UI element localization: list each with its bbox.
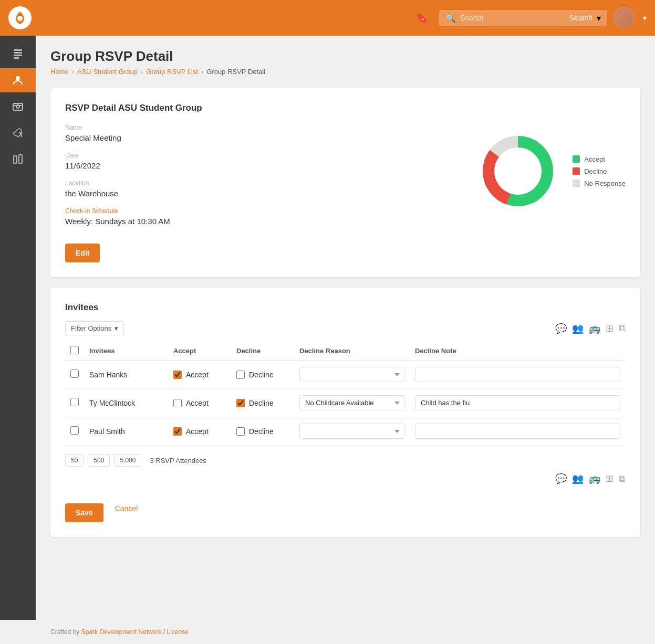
filter-chevron-icon: ▾ (115, 324, 118, 332)
date-value: 11/6/2022 (65, 161, 455, 170)
decline-checkbox-0[interactable] (236, 371, 245, 379)
legend-decline: Decline (573, 167, 626, 175)
col-decline-reason: Decline Reason (294, 342, 410, 361)
page-btn-5000[interactable]: 5,000 (114, 454, 141, 467)
app-layout: Group RSVP Detail Home › ASU Student Gro… (0, 36, 655, 620)
location-field-group: Location the Warehouse (65, 180, 455, 198)
page-btn-500[interactable]: 500 (88, 454, 110, 467)
bottom-chat-icon[interactable]: 💬 (555, 473, 567, 484)
decline-reason-select-1[interactable]: No Childcare AvailableSickTravelWork (299, 395, 404, 410)
bottom-copy-icon[interactable]: ⧉ (619, 473, 626, 484)
copy-icon[interactable]: ⧉ (619, 323, 626, 334)
cancel-button[interactable]: Cancel (109, 499, 144, 518)
location-value: the Warehouse (65, 189, 455, 198)
row-checkbox-0[interactable] (70, 369, 79, 378)
decline-checkbox-1[interactable] (236, 399, 245, 407)
sidebar-item-admin[interactable] (0, 147, 36, 171)
grid-icon[interactable]: ⊞ (606, 323, 614, 334)
invitee-name-1: Ty McClintock (84, 389, 168, 417)
breadcrumb-home[interactable]: Home (50, 68, 69, 76)
page-title: Group RSVP Detail (50, 48, 640, 65)
sidebar-item-documents[interactable] (0, 42, 36, 66)
svg-rect-12 (19, 155, 22, 163)
decline-reason-select-2[interactable]: No Childcare AvailableSickTravelWork (299, 424, 404, 439)
breadcrumb-list[interactable]: Group RSVP List (146, 68, 198, 76)
admin-icon (12, 153, 24, 165)
accept-checkbox-2[interactable] (173, 427, 182, 436)
footer-spark-link[interactable]: Spark Development Network (81, 628, 162, 636)
decline-reason-select-0[interactable]: No Childcare AvailableSickTravelWork (299, 367, 404, 382)
legend-decline-label: Decline (584, 167, 607, 175)
search-bar[interactable]: 🔍 Search ▾ (439, 10, 607, 26)
svg-rect-3 (14, 52, 22, 54)
filter-options[interactable]: Filter Options ▾ (65, 321, 124, 335)
bottom-toolbar-icons: 💬 👥 🚌 ⊞ ⧉ (555, 473, 626, 484)
person-icon (12, 75, 24, 86)
decline-checkbox-2[interactable] (236, 427, 245, 436)
search-input[interactable] (460, 14, 565, 22)
svg-point-6 (16, 76, 20, 80)
app-logo[interactable] (8, 6, 32, 29)
bookmark-icon[interactable]: 🔖 (411, 7, 433, 28)
date-label: Date (65, 152, 455, 159)
accept-checkbox-1[interactable] (173, 399, 182, 407)
checkin-field-group: Check-in Schedule Weekly: Sundays at 10:… (65, 207, 455, 226)
avatar[interactable] (614, 7, 635, 28)
top-toolbar-icons: 💬 👥 🚌 ⊞ ⧉ (555, 323, 626, 334)
breadcrumb-asu[interactable]: ASU Student Group (77, 68, 138, 76)
table-row: Paul SmithAcceptDeclineNo Childcare Avai… (65, 417, 626, 446)
col-invitees: Invitees (84, 342, 168, 361)
legend-no-response-dot (573, 180, 580, 187)
bottom-toolbar-row: 💬 👥 🚌 ⊞ ⧉ (65, 473, 626, 484)
main-content: Group RSVP Detail Home › ASU Student Gro… (36, 36, 655, 620)
decline-label-2: Decline (249, 427, 274, 436)
edit-button[interactable]: Edit (65, 244, 100, 262)
chat-icon[interactable]: 💬 (555, 323, 567, 334)
footer-license-link[interactable]: License (167, 628, 188, 636)
rsvp-detail-layout: Name Special Meeting Date 11/6/2022 Loca… (65, 124, 626, 235)
bus-icon[interactable]: 🚌 (589, 323, 600, 334)
sidebar-item-tools[interactable] (0, 121, 36, 145)
chart-area: Accept Decline No Response (476, 129, 626, 213)
svg-rect-2 (14, 49, 22, 51)
footer-crafted-by: Crafted by (50, 628, 81, 636)
bottom-grid-icon[interactable]: ⊞ (606, 473, 614, 484)
sidebar-item-finance[interactable] (0, 94, 36, 119)
sidebar-item-person[interactable] (0, 68, 36, 92)
legend-accept-dot (573, 155, 580, 163)
invitees-header: Invitees (65, 302, 626, 313)
select-all-checkbox[interactable] (70, 346, 79, 354)
invitees-card: Invitees Filter Options ▾ 💬 👥 🚌 ⊞ ⧉ (50, 288, 640, 537)
decline-note-input-1[interactable] (415, 395, 620, 410)
breadcrumb-sep-1: › (72, 68, 74, 76)
row-checkbox-2[interactable] (70, 426, 79, 435)
table-row: Ty McClintockAcceptDeclineNo Childcare A… (65, 389, 626, 417)
top-toolbar-row: Filter Options ▾ 💬 👥 🚌 ⊞ ⧉ (65, 321, 626, 335)
accept-checkbox-0[interactable] (173, 371, 182, 379)
rsvp-fields: Name Special Meeting Date 11/6/2022 Loca… (65, 124, 455, 235)
checkin-label: Check-in Schedule (65, 207, 455, 215)
svg-rect-9 (13, 105, 23, 106)
save-button[interactable]: Save (65, 503, 103, 522)
row-checkbox-1[interactable] (70, 398, 79, 406)
svg-rect-11 (14, 156, 17, 163)
svg-rect-7 (13, 103, 23, 110)
invitees-section-title: Invitees (65, 302, 98, 313)
breadcrumb-current: Group RSVP Detail (206, 68, 265, 76)
bottom-group-icon[interactable]: 👥 (572, 473, 584, 484)
search-label[interactable]: Search (569, 14, 592, 22)
svg-rect-4 (14, 55, 22, 56)
page-btn-50[interactable]: 50 (65, 454, 84, 467)
sidebar (0, 36, 36, 620)
group-icon[interactable]: 👥 (572, 323, 584, 334)
col-decline: Decline (231, 342, 294, 361)
bottom-actions: Save Cancel (65, 495, 626, 522)
user-menu-chevron[interactable]: ▾ (643, 14, 647, 22)
decline-note-input-2[interactable] (415, 424, 620, 439)
search-dropdown-arrow[interactable]: ▾ (597, 13, 601, 23)
footer: Crafted by Spark Development Network / L… (36, 620, 655, 644)
decline-note-input-0[interactable] (415, 367, 620, 382)
bottom-bus-icon[interactable]: 🚌 (589, 473, 600, 484)
finance-icon (12, 101, 24, 112)
breadcrumb-sep-2: › (141, 68, 143, 76)
